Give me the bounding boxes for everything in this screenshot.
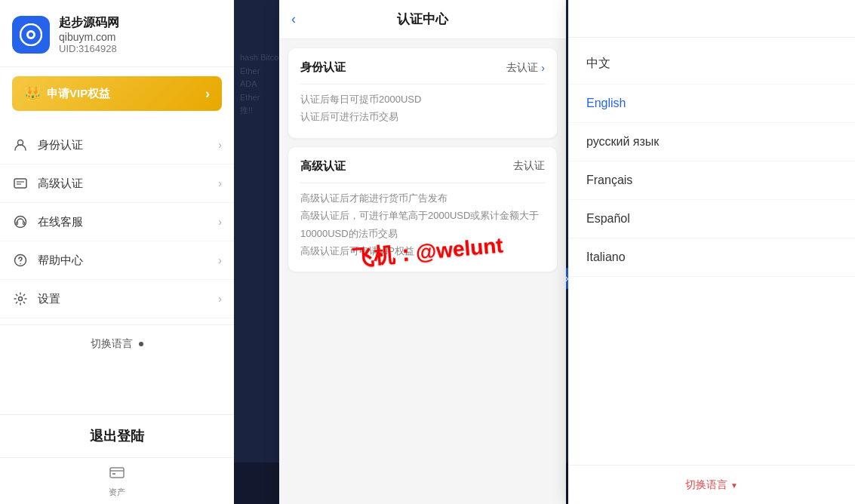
identity-desc-line2: 认证后可进行法币交易	[300, 108, 545, 125]
advanced-card-header: 高级认证 去认证	[300, 159, 545, 174]
cert-panel: ‹ 认证中心 身份认证 去认证 › 认证后每日可提币2000USD 认证后可进行…	[279, 0, 566, 504]
sidebar-item-identity[interactable]: 身份认证 ›	[0, 126, 234, 164]
sidebar-settings-label: 设置	[38, 292, 209, 306]
assets-icon	[109, 464, 125, 484]
sidebar-identity-arrow: ›	[218, 139, 222, 151]
svg-rect-14	[112, 473, 115, 475]
sidebar-menu: 身份认证 › 高级认证 › 在	[0, 120, 234, 324]
svg-rect-4	[14, 179, 26, 188]
advanced-desc-line3: 高级认证后可申请VIP权益	[300, 242, 545, 260]
advanced-desc-line2: 高级认证后，可进行单笔高于2000USD或累计金额大于10000USD的法币交易	[300, 207, 545, 242]
lang-option-fr[interactable]: Français	[568, 161, 855, 200]
identity-action-btn[interactable]: 去认证 ›	[506, 61, 545, 75]
svg-point-12	[19, 297, 23, 301]
lang-option-ru[interactable]: русский язык	[568, 123, 855, 161]
advanced-action-btn[interactable]: 去认证	[513, 159, 545, 173]
svg-rect-13	[110, 468, 124, 478]
identity-desc-line1: 认证后每日可提币2000USD	[300, 91, 545, 108]
lang-option-es[interactable]: Español	[568, 200, 855, 238]
sidebar-logo	[12, 16, 50, 54]
left-sidebar: 起步源码网 qibuym.com UID:3164928 👑 申请VIP权益 ›…	[0, 0, 234, 504]
identity-desc: 认证后每日可提币2000USD 认证后可进行法币交易	[300, 91, 545, 126]
advanced-cert-card: 高级认证 去认证 高级认证后才能进行货币广告发布 高级认证后，可进行单笔高于20…	[288, 147, 557, 272]
sidebar-service-arrow: ›	[218, 216, 222, 228]
cert-back-button[interactable]: ‹	[291, 11, 296, 27]
sidebar-help-label: 帮助中心	[38, 254, 209, 268]
sidebar-advanced-label: 高级认证	[38, 177, 209, 191]
language-dropdown: 中文 English русский язык Français Español…	[568, 0, 855, 504]
cert-content: 身份认证 去认证 › 认证后每日可提币2000USD 认证后可进行法币交易 高级…	[279, 39, 566, 504]
identity-icon	[12, 137, 29, 153]
sidebar-uid: UID:3164928	[59, 43, 119, 54]
lang-option-zh[interactable]: 中文	[568, 44, 855, 85]
identity-divider	[300, 84, 545, 85]
vip-banner-label: 申请VIP权益	[47, 87, 110, 101]
sidebar-settings-arrow: ›	[218, 293, 222, 305]
settings-icon	[12, 290, 29, 307]
logout-button-left[interactable]: 退出登陆	[0, 414, 234, 457]
svg-rect-9	[23, 222, 25, 225]
sidebar-service-label: 在线客服	[38, 215, 209, 229]
lang-switch-btn[interactable]: 切换语言 ▼	[685, 478, 738, 492]
bottom-nav-assets-label: 资产	[109, 487, 125, 498]
svg-point-11	[20, 263, 21, 265]
lang-option-en[interactable]: English	[568, 85, 855, 123]
sidebar-info: 起步源码网 qibuym.com UID:3164928	[59, 15, 119, 54]
cert-panel-title: 认证中心	[397, 11, 448, 28]
sidebar-header: 起步源码网 qibuym.com UID:3164928	[0, 0, 234, 67]
service-icon	[12, 214, 29, 230]
advanced-desc: 高级认证后才能进行货币广告发布 高级认证后，可进行单笔高于2000USD或累计金…	[300, 189, 545, 260]
lang-list: 中文 English русский язык Français Español…	[568, 38, 855, 465]
advanced-icon	[12, 175, 29, 192]
identity-card-header: 身份认证 去认证 ›	[300, 60, 545, 75]
vip-arrow-icon: ›	[205, 86, 210, 102]
lang-switch-arrow-icon: ▼	[730, 481, 738, 490]
identity-cert-card: 身份认证 去认证 › 认证后每日可提币2000USD 认证后可进行法币交易	[288, 48, 557, 138]
advanced-action-label: 去认证	[513, 159, 545, 173]
cert-header: ‹ 认证中心	[279, 0, 566, 39]
lang-option-it[interactable]: Italiano	[568, 238, 855, 277]
lang-switch-left[interactable]: 切换语言	[0, 324, 234, 363]
lang-dropdown-header	[568, 0, 855, 38]
advanced-divider	[300, 183, 545, 183]
vip-banner[interactable]: 👑 申请VIP权益 ›	[12, 76, 222, 111]
svg-point-2	[29, 32, 33, 37]
lang-footer: 切换语言 ▼	[568, 465, 855, 504]
vip-crown-icon: 👑	[24, 85, 41, 102]
help-icon	[12, 252, 29, 269]
sidebar-site-name: 起步源码网	[59, 15, 119, 31]
bottom-nav-assets[interactable]: 资产	[0, 458, 234, 504]
lang-dot-icon	[139, 342, 143, 346]
sidebar-item-help[interactable]: 帮助中心 ›	[0, 241, 234, 280]
sidebar-advanced-arrow: ›	[218, 177, 222, 189]
identity-action-label: 去认证	[506, 61, 538, 75]
sidebar-item-advanced[interactable]: 高级认证 ›	[0, 164, 234, 203]
bottom-nav-left: 资产	[0, 457, 234, 504]
identity-card-title: 身份认证	[300, 60, 346, 75]
identity-action-arrow: ›	[541, 62, 545, 74]
sidebar-domain: qibuym.com	[59, 31, 119, 43]
lang-switch-label: 切换语言	[685, 478, 727, 492]
sidebar-help-arrow: ›	[218, 254, 222, 266]
advanced-card-title: 高级认证	[300, 159, 346, 174]
sidebar-item-service[interactable]: 在线客服 ›	[0, 203, 234, 241]
svg-rect-8	[17, 222, 18, 225]
advanced-desc-line1: 高级认证后才能进行货币广告发布	[300, 189, 545, 207]
sidebar-identity-label: 身份认证	[38, 138, 209, 152]
sidebar-item-settings[interactable]: 设置 ›	[0, 280, 234, 318]
vip-banner-left: 👑 申请VIP权益	[24, 85, 110, 102]
